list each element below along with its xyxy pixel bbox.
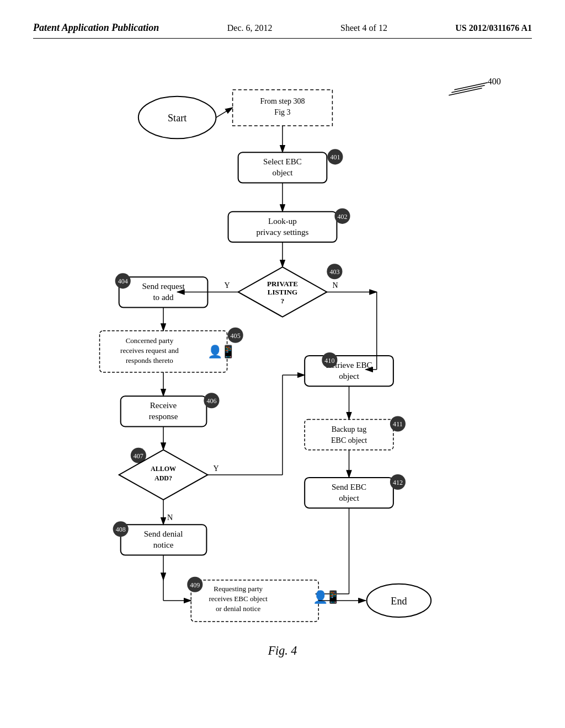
node-406-text1: Receive [150, 401, 177, 410]
badge-409-text: 409 [190, 581, 200, 589]
node-403-text2: LISTING [268, 288, 297, 296]
label-n2: N [167, 513, 173, 522]
publication-title: Patent Application Publication [33, 22, 159, 34]
node-409-text1: Requesting party [214, 585, 263, 593]
node-403-text3: ? [281, 297, 285, 305]
ref-400: 400 [488, 77, 501, 86]
label-y2: Y [213, 464, 218, 473]
badge-404-text: 404 [118, 277, 128, 285]
node-409-text2: receives EBC object [209, 595, 268, 603]
page: Patent Application Publication Dec. 6, 2… [0, 0, 565, 728]
from-step-text2: Fig 3 [274, 108, 290, 116]
node-405-text3: responds thereto [126, 356, 173, 365]
label-n1: N [332, 281, 338, 290]
node-401-text: Select EBC [263, 157, 302, 166]
icon-device2: 📱 [326, 590, 341, 604]
node-411-text2: EBC object [331, 436, 367, 445]
badge-401-text: 401 [330, 153, 340, 161]
node-405-text1: Concerned party [126, 336, 174, 345]
badge-411-text: 411 [393, 421, 403, 429]
node-408-text1: Send denial [144, 529, 183, 538]
sheet-info: Sheet 4 of 12 [340, 23, 387, 33]
node-412-text2: object [339, 494, 360, 502]
fig-caption: Fig. 4 [268, 644, 297, 657]
badge-403-text: 403 [329, 268, 339, 276]
node-412-text1: Send EBC [332, 483, 366, 491]
node-407-text1: ALLOW [151, 465, 176, 473]
node-405-text2: receives request and [120, 346, 179, 355]
from-step-text: From step 308 [260, 97, 305, 105]
badge-405-text: 405 [231, 332, 241, 340]
label-y1: Y [225, 281, 230, 290]
node-406-text2: response [149, 412, 178, 421]
icon-device1: 📱 [221, 344, 236, 359]
publication-date: Dec. 6, 2012 [227, 23, 273, 33]
diagram: 400 From step 308 Fig 3 Start Select EBC… [33, 50, 532, 678]
header: Patent Application Publication Dec. 6, 2… [33, 22, 532, 39]
node-404-text1: Send request [142, 282, 185, 291]
node-410-text2: object [339, 372, 360, 381]
node-402-text2: privacy settings [257, 228, 309, 237]
badge-402-text: 402 [337, 213, 347, 221]
badge-407-text: 407 [134, 452, 143, 460]
node-407-text2: ADD? [154, 474, 172, 482]
node-403-text1: PRIVATE [267, 280, 298, 288]
flowchart: 400 From step 308 Fig 3 Start Select EBC… [33, 50, 532, 678]
node-411-text1: Backup tag [332, 425, 367, 433]
node-404-text2: to add [153, 293, 174, 302]
start-label: Start [168, 113, 186, 124]
patent-number: US 2012/0311676 A1 [455, 23, 532, 33]
badge-406-text: 406 [206, 397, 216, 405]
badge-412-text: 412 [393, 479, 403, 486]
node-409-text3: or denial notice [216, 604, 260, 613]
node-408-text2: notice [153, 540, 174, 549]
node-401-text2: object [273, 168, 294, 177]
end-label: End [391, 596, 407, 607]
node-402-text: Look-up [268, 217, 297, 226]
badge-408-text: 408 [116, 526, 126, 533]
badge-410-text: 410 [324, 357, 334, 365]
arrow-start-fromstep [216, 108, 232, 117]
